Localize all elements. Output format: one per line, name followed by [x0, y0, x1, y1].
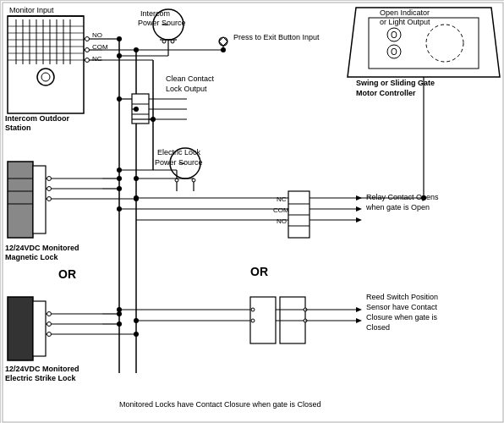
svg-text:NC: NC [92, 55, 102, 63]
svg-point-91 [47, 197, 52, 201]
svg-text:Intercom: Intercom [140, 9, 170, 18]
svg-text:O: O [391, 30, 397, 40]
svg-text:O: O [391, 47, 397, 57]
svg-text:Motor Controller: Motor Controller [356, 89, 416, 97]
svg-text:Closure when gate is: Closure when gate is [366, 313, 438, 321]
svg-text:or Light Output: or Light Output [380, 18, 430, 26]
svg-point-119 [134, 332, 139, 337]
svg-point-152 [251, 319, 255, 322]
svg-point-20 [41, 73, 50, 81]
svg-text:Power Source: Power Source [138, 19, 186, 27]
svg-text:12/24VDC Monitored: 12/24VDC Monitored [5, 244, 79, 252]
svg-point-117 [117, 321, 122, 327]
svg-point-50 [117, 36, 122, 41]
svg-text:Electric Strike Lock: Electric Strike Lock [5, 374, 77, 382]
svg-text:12/24VDC Monitored: 12/24VDC Monitored [5, 365, 79, 373]
svg-text:Monitor Input: Monitor Input [9, 6, 54, 14]
svg-text:OR: OR [250, 265, 268, 278]
svg-point-89 [47, 187, 52, 191]
svg-point-66 [117, 96, 122, 102]
svg-point-151 [251, 308, 255, 311]
svg-text:Power Source: Power Source [155, 158, 203, 167]
svg-rect-85 [33, 166, 46, 233]
svg-point-25 [85, 48, 90, 52]
svg-point-23 [85, 37, 90, 41]
svg-point-174 [421, 195, 426, 201]
svg-point-111 [47, 332, 52, 337]
svg-text:Sensor have Contact: Sensor have Contact [366, 303, 438, 311]
svg-point-87 [47, 177, 52, 181]
svg-text:Electric Lock: Electric Lock [157, 148, 201, 157]
svg-point-126 [426, 25, 463, 62]
svg-rect-84 [8, 162, 33, 238]
svg-rect-105 [33, 301, 46, 356]
svg-point-109 [47, 322, 52, 327]
svg-point-68 [134, 107, 139, 112]
svg-text:OR: OR [58, 267, 76, 281]
svg-point-171 [134, 318, 139, 323]
svg-text:Open Indicator: Open Indicator [380, 8, 430, 17]
svg-text:Monitored Locks have Contact C: Monitored Locks have Contact Closure whe… [119, 400, 321, 409]
svg-text:NO: NO [277, 217, 287, 225]
svg-text:Lock Output: Lock Output [166, 85, 207, 93]
svg-text:Intercom Outdoor: Intercom Outdoor [5, 114, 69, 123]
svg-text:NC: NC [277, 195, 287, 203]
svg-point-78 [192, 179, 195, 182]
svg-text:Reed Switch Position: Reed Switch Position [366, 293, 438, 301]
svg-text:Closed: Closed [366, 323, 390, 332]
svg-point-166 [117, 206, 122, 212]
svg-point-107 [47, 312, 52, 316]
svg-point-77 [175, 179, 178, 182]
svg-point-164 [134, 195, 139, 201]
svg-point-27 [85, 58, 90, 63]
svg-rect-104 [8, 297, 33, 360]
svg-text:NO: NO [92, 31, 102, 39]
svg-point-100 [117, 186, 122, 191]
svg-text:COM: COM [273, 206, 289, 214]
svg-text:Swing or Sliding Gate: Swing or Sliding Gate [356, 79, 435, 87]
svg-point-80 [117, 168, 122, 173]
diagram-container: Monitor Input COM NO NC Intercom Outdoor… [0, 0, 504, 423]
svg-text:Relay Contact Opens: Relay Contact Opens [366, 193, 439, 201]
svg-point-169 [117, 307, 122, 312]
svg-text:when gate is Open: when gate is Open [365, 203, 430, 212]
svg-text:Station: Station [5, 124, 31, 132]
svg-text:Magnetic Lock: Magnetic Lock [5, 253, 59, 261]
svg-point-39 [162, 40, 166, 43]
svg-point-98 [117, 176, 122, 181]
svg-text:Press to Exit Button Input: Press to Exit Button Input [233, 33, 320, 41]
svg-rect-2 [8, 16, 84, 113]
svg-text:Clean Contact: Clean Contact [166, 74, 215, 83]
svg-point-83 [134, 176, 139, 181]
svg-point-40 [171, 40, 174, 43]
svg-point-53 [117, 53, 122, 58]
svg-point-70 [151, 117, 156, 122]
